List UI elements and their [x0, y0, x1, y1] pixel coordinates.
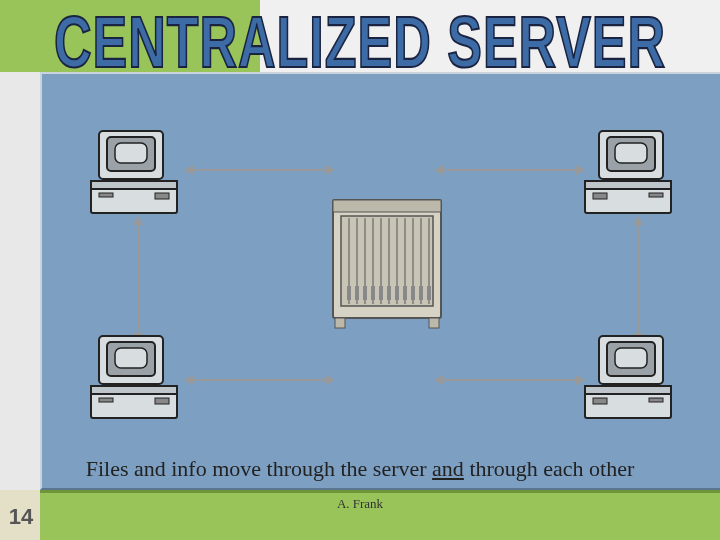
svg-rect-53 — [335, 318, 345, 328]
svg-rect-3 — [91, 187, 177, 213]
svg-rect-23 — [615, 348, 647, 368]
client-computer-bottom-right — [575, 334, 675, 424]
caption: Files and info move through the server a… — [70, 456, 650, 482]
svg-rect-20 — [99, 398, 113, 402]
arrow-tr-server — [442, 169, 577, 171]
svg-rect-13 — [649, 193, 663, 197]
server-rack — [327, 194, 447, 334]
arrow-right-vertical — [637, 224, 639, 334]
svg-rect-54 — [429, 318, 439, 328]
svg-rect-26 — [593, 398, 607, 404]
svg-rect-45 — [371, 286, 375, 300]
caption-text-1: Files and info move through the server — [86, 456, 432, 481]
slide-number: 14 — [2, 504, 40, 530]
client-computer-bottom-left — [87, 334, 187, 424]
svg-rect-49 — [403, 286, 407, 300]
svg-rect-48 — [395, 286, 399, 300]
svg-rect-16 — [115, 348, 147, 368]
svg-rect-11 — [585, 181, 671, 189]
svg-rect-25 — [585, 386, 671, 394]
author-credit: A. Frank — [337, 496, 383, 512]
svg-rect-46 — [379, 286, 383, 300]
svg-rect-6 — [99, 193, 113, 197]
diagram-panel — [40, 72, 720, 490]
svg-rect-50 — [411, 286, 415, 300]
svg-rect-12 — [593, 193, 607, 199]
svg-rect-9 — [615, 143, 647, 163]
svg-rect-29 — [333, 200, 441, 212]
arrow-left-vertical — [137, 224, 139, 334]
svg-rect-24 — [585, 392, 671, 418]
client-computer-top-right — [575, 129, 675, 219]
svg-rect-51 — [419, 286, 423, 300]
svg-rect-4 — [91, 181, 177, 189]
svg-rect-52 — [427, 286, 431, 300]
page-title: CENTRALIZED SERVER — [54, 0, 666, 84]
client-computer-top-left — [87, 129, 187, 219]
caption-text-2: through each other — [464, 456, 634, 481]
arrow-br-server — [442, 379, 577, 381]
svg-rect-42 — [347, 286, 351, 300]
svg-rect-18 — [91, 386, 177, 394]
svg-rect-5 — [155, 193, 169, 199]
svg-rect-43 — [355, 286, 359, 300]
svg-rect-47 — [387, 286, 391, 300]
svg-rect-10 — [585, 187, 671, 213]
svg-rect-19 — [155, 398, 169, 404]
caption-underlined: and — [432, 456, 464, 481]
arrow-bl-server — [192, 379, 327, 381]
svg-rect-17 — [91, 392, 177, 418]
svg-rect-44 — [363, 286, 367, 300]
arrow-tl-server — [192, 169, 327, 171]
svg-rect-2 — [115, 143, 147, 163]
svg-rect-27 — [649, 398, 663, 402]
